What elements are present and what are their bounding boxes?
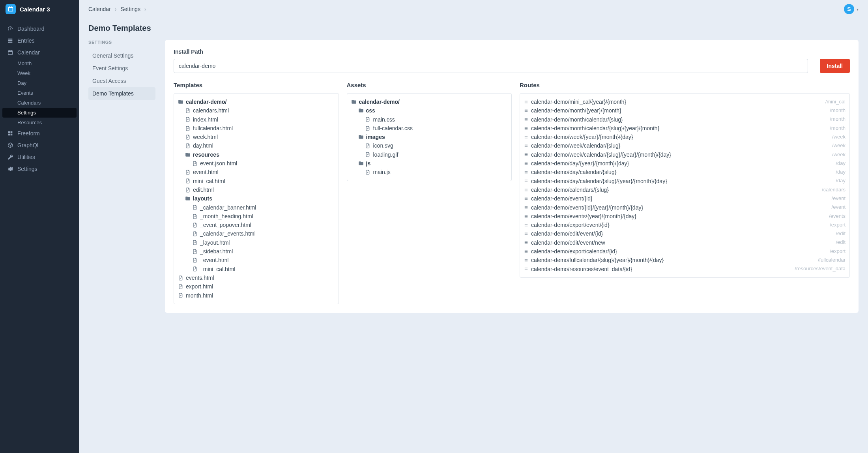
tree-label: _event.html [200, 256, 228, 264]
tree-folder[interactable]: layouts [178, 194, 335, 203]
nav-calendar[interactable]: Calendar [0, 47, 79, 58]
route-row[interactable]: calendar-demo/event/{id}/event [524, 194, 846, 203]
settings-link-demo[interactable]: Demo Templates [88, 87, 155, 100]
tree-file[interactable]: calendars.html [178, 106, 335, 115]
tree-file[interactable]: _mini_cal.html [178, 265, 335, 273]
tree-folder[interactable]: images [351, 133, 508, 141]
tree-label: loading.gif [373, 151, 398, 159]
nav-settings[interactable]: Settings [0, 163, 79, 175]
settings-link-guest[interactable]: Guest Access [88, 75, 155, 87]
nav-sub-resources[interactable]: Resources [0, 118, 79, 127]
route-row[interactable]: calendar-demo/mini_cal/{year}/{month}/mi… [524, 97, 846, 106]
tree-label: event.json.html [200, 159, 237, 167]
page-title: Demo Templates [88, 18, 859, 40]
tree-label: full-calendar.css [373, 124, 413, 132]
tree-label: day.html [193, 142, 213, 150]
tree-file[interactable]: event.json.html [178, 159, 335, 168]
route-row[interactable]: calendar-demo/events/{year}/{month}/{day… [524, 212, 846, 221]
tree-file[interactable]: _sidebar.html [178, 247, 335, 256]
route-row[interactable]: calendar-demo/calendars/{slug}/calendars [524, 185, 846, 194]
tree-file[interactable]: _event.html [178, 256, 335, 264]
nav-entries[interactable]: Entries [0, 35, 79, 47]
tree-file[interactable]: _month_heading.html [178, 212, 335, 221]
tree-file[interactable]: index.html [178, 115, 335, 124]
tree-folder[interactable]: calendar-demo/ [351, 97, 508, 106]
tree-folder[interactable]: calendar-demo/ [178, 97, 335, 106]
route-row[interactable]: calendar-demo/resources/event_data/{id}/… [524, 265, 846, 273]
file-icon [192, 161, 198, 166]
tree-file[interactable]: fullcalendar.html [178, 124, 335, 133]
nav-sub-calendars[interactable]: Calendars [0, 98, 79, 108]
tree-file[interactable]: mini_cal.html [178, 177, 335, 185]
route-path-text: calendar-demo/month/calendar/{slug}/{yea… [531, 124, 659, 132]
route-row[interactable]: calendar-demo/fullcalendar/{slug}/{year}… [524, 256, 846, 264]
install-button[interactable]: Install [820, 59, 850, 73]
route-template-name: /edit [836, 239, 846, 246]
route-template-name: /events [829, 213, 846, 220]
crumb-calendar[interactable]: Calendar [88, 6, 111, 12]
tree-file[interactable]: event.html [178, 168, 335, 176]
route-template-name: /week [832, 142, 846, 150]
nav-sub-day[interactable]: Day [0, 78, 79, 88]
nav-sub-month[interactable]: Month [0, 58, 79, 68]
route-row[interactable]: calendar-demo/day/calendar/{slug}/{year}… [524, 177, 846, 185]
route-row[interactable]: calendar-demo/week/{year}/{month}/{day}/… [524, 133, 846, 141]
route-row[interactable]: calendar-demo/week/calendar/{slug}/{year… [524, 150, 846, 159]
route-row[interactable]: calendar-demo/day/{year}/{month}/{day}/d… [524, 159, 846, 168]
route-template-name: /month [830, 116, 846, 123]
route-icon [524, 223, 529, 227]
nav-utilities[interactable]: Utilities [0, 151, 79, 163]
tree-folder[interactable]: css [351, 106, 508, 115]
tree-file[interactable]: full-calendar.css [351, 124, 508, 133]
tree-file[interactable]: month.html [178, 291, 335, 300]
route-row[interactable]: calendar-demo/week/calendar/{slug}/week [524, 141, 846, 150]
route-row[interactable]: calendar-demo/export/calendar/{id}/expor… [524, 247, 846, 256]
route-path-text: calendar-demo/day/calendar/{slug} [531, 168, 616, 176]
left-sidebar: Calendar 3 Dashboard Entries Calendar Mo… [0, 0, 79, 453]
brand-header[interactable]: Calendar 3 [0, 0, 79, 18]
route-row[interactable]: calendar-demo/event/{id}/{year}/{month}/… [524, 203, 846, 212]
tree-folder[interactable]: js [351, 159, 508, 168]
crumb-settings[interactable]: Settings [121, 6, 141, 12]
route-row[interactable]: calendar-demo/month/{year}/{month}/month [524, 106, 846, 115]
tree-folder[interactable]: resources [178, 150, 335, 159]
freeform-icon [7, 130, 13, 137]
nav-sub-week[interactable]: Week [0, 68, 79, 78]
nav-freeform[interactable]: Freeform [0, 127, 79, 139]
nav-dashboard[interactable]: Dashboard [0, 23, 79, 35]
settings-link-event[interactable]: Event Settings [88, 62, 155, 75]
settings-link-general[interactable]: General Settings [88, 49, 155, 62]
user-menu[interactable]: S ▾ [844, 4, 859, 14]
file-icon [365, 170, 371, 175]
nav-graphql[interactable]: GraphQL [0, 139, 79, 151]
tree-file[interactable]: loading.gif [351, 150, 508, 159]
route-row[interactable]: calendar-demo/edit/event/{id}/edit [524, 229, 846, 238]
tree-file[interactable]: main.js [351, 168, 508, 176]
tree-file[interactable]: _calendar_events.html [178, 229, 335, 238]
route-template-name: /export [830, 221, 846, 229]
tree-label: js [366, 159, 371, 167]
route-path-text: calendar-demo/day/{year}/{month}/{day} [531, 159, 629, 167]
install-path-input[interactable] [174, 59, 808, 73]
route-row[interactable]: calendar-demo/edit/event/new/edit [524, 238, 846, 247]
nav-sub-events[interactable]: Events [0, 88, 79, 98]
route-row[interactable]: calendar-demo/day/calendar/{slug}/day [524, 168, 846, 176]
route-path-text: calendar-demo/day/calendar/{slug}/{year}… [531, 177, 667, 185]
tree-file[interactable]: main.css [351, 115, 508, 124]
route-icon [524, 170, 529, 174]
tree-file[interactable]: events.html [178, 273, 335, 282]
routes-column: Routes calendar-demo/mini_cal/{year}/{mo… [520, 82, 850, 304]
nav-sub-settings[interactable]: Settings [2, 108, 77, 118]
route-icon [524, 249, 529, 254]
tree-file[interactable]: icon.svg [351, 141, 508, 150]
route-row[interactable]: calendar-demo/export/event/{id}/export [524, 221, 846, 229]
tree-file[interactable]: _layout.html [178, 238, 335, 247]
tree-file[interactable]: export.html [178, 282, 335, 291]
tree-file[interactable]: _calendar_banner.html [178, 203, 335, 212]
tree-file[interactable]: week.html [178, 133, 335, 141]
route-row[interactable]: calendar-demo/month/calendar/{slug}/mont… [524, 115, 846, 124]
route-row[interactable]: calendar-demo/month/calendar/{slug}/{yea… [524, 124, 846, 133]
tree-file[interactable]: day.html [178, 141, 335, 150]
tree-file[interactable]: edit.html [178, 185, 335, 194]
tree-file[interactable]: _event_popover.html [178, 221, 335, 229]
